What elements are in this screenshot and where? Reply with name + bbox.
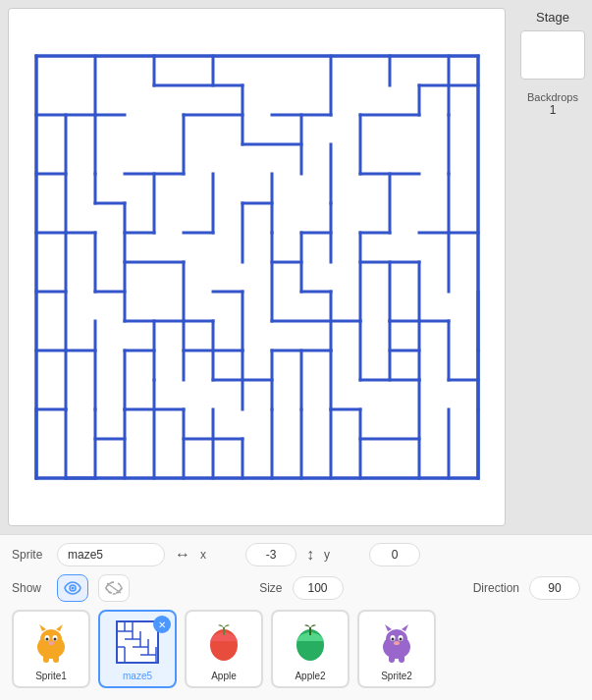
sprite-info-row: Sprite ↔ x ↕ y [12, 543, 580, 566]
svg-marker-119 [56, 624, 63, 631]
apple2-name: Apple2 [295, 671, 325, 681]
apple-icon [199, 618, 248, 667]
stage-area: Stage Backdrops 1 [0, 0, 592, 534]
y-arrow-icon: ↕ [306, 546, 314, 564]
sprite2-icon [372, 618, 421, 667]
svg-rect-0 [36, 56, 478, 478]
backdrops-label: Backdrops [527, 91, 578, 103]
svg-point-151 [394, 641, 400, 645]
x-label: x [200, 548, 236, 562]
x-input[interactable] [245, 543, 296, 566]
maze5-name: maze5 [123, 671, 152, 681]
size-label: Size [259, 581, 282, 595]
svg-point-117 [40, 629, 62, 649]
delete-maze5-button[interactable]: ✕ [153, 616, 171, 633]
sprite-item-apple2[interactable]: Apple2 [271, 610, 350, 688]
svg-rect-126 [53, 655, 59, 663]
show-row: Show Size Direction [12, 574, 580, 602]
y-input[interactable] [369, 543, 420, 566]
show-label: Show [12, 581, 47, 595]
maze-display [31, 51, 483, 483]
svg-point-123 [54, 637, 57, 640]
svg-rect-127 [117, 621, 158, 663]
svg-rect-153 [399, 655, 404, 663]
apple-name: Apple [211, 671, 237, 681]
sprite-list: Sprite1 ✕ [12, 602, 580, 692]
direction-input[interactable] [529, 576, 580, 600]
svg-point-150 [400, 637, 403, 640]
svg-marker-118 [39, 624, 46, 631]
show-visible-button[interactable] [57, 574, 88, 602]
size-input[interactable] [293, 576, 344, 600]
apple2-icon [286, 618, 335, 667]
sprite-name-input[interactable] [57, 543, 165, 566]
svg-marker-146 [402, 624, 408, 631]
svg-point-144 [386, 629, 407, 649]
bottom-panel: Sprite ↔ x ↕ y Show [0, 534, 592, 700]
svg-point-122 [46, 637, 49, 640]
stage-preview[interactable] [520, 30, 585, 80]
eye-open-icon [64, 581, 81, 595]
svg-rect-125 [43, 655, 49, 663]
y-label: y [324, 548, 359, 562]
x-arrow-icon: ↔ [175, 546, 190, 564]
eye-closed-icon [105, 581, 123, 595]
sprite-label: Sprite [12, 548, 47, 562]
sprite-item-maze5[interactable]: ✕ [98, 610, 177, 688]
svg-point-115 [72, 587, 75, 590]
svg-point-149 [392, 637, 395, 640]
canvas-wrapper [8, 8, 506, 526]
sprite-item-sprite2[interactable]: Sprite2 [357, 610, 436, 688]
direction-label: Direction [473, 581, 519, 595]
show-hidden-button[interactable] [98, 574, 130, 602]
svg-rect-152 [389, 655, 395, 663]
svg-point-124 [48, 641, 54, 645]
sprite1-name: Sprite1 [35, 671, 67, 681]
stage-title: Stage [536, 10, 569, 25]
svg-marker-145 [385, 624, 392, 631]
backdrops-count: 1 [550, 103, 557, 117]
sprite-item-sprite1[interactable]: Sprite1 [12, 610, 90, 688]
sprite1-icon [27, 618, 76, 667]
main-container: Stage Backdrops 1 Sprite ↔ x ↕ y Show [0, 0, 592, 700]
right-panel: Stage Backdrops 1 [513, 0, 592, 534]
sprite-item-apple[interactable]: Apple [185, 610, 263, 688]
sprite2-name: Sprite2 [381, 671, 412, 681]
